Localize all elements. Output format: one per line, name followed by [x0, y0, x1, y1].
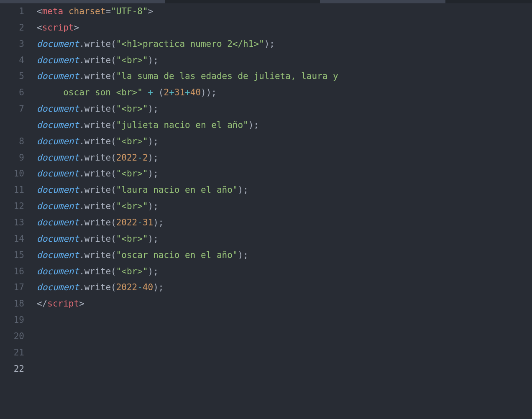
token: charset — [69, 6, 106, 16]
token: 2 — [164, 87, 169, 97]
line-number: 14 — [0, 231, 24, 247]
code-line[interactable]: document.write("julieta nacio en el año"… — [37, 117, 532, 133]
code-editor[interactable]: 1234567 8910111213141516171819202122 <me… — [0, 3, 532, 419]
token: ( — [111, 169, 116, 179]
token: < — [37, 6, 42, 16]
token: ( — [111, 136, 116, 146]
code-line[interactable]: document.write("<h1>practica numero 2</h… — [37, 36, 532, 52]
code-line[interactable]: <script> — [37, 20, 532, 36]
token: document — [37, 39, 79, 49]
token: "la suma de las edades de julieta, laura… — [116, 71, 344, 81]
token: 2022 — [116, 217, 138, 227]
token: ( — [111, 185, 116, 195]
token: write — [84, 185, 111, 195]
code-area[interactable]: <meta charset="UTF-8"><script>document.w… — [33, 3, 532, 419]
code-line[interactable]: document.write(2022-2); — [37, 150, 532, 166]
code-line[interactable]: document.write("<br>"); — [37, 101, 532, 117]
token: ( — [111, 71, 116, 81]
line-number: 16 — [0, 263, 24, 280]
token — [63, 6, 69, 16]
token: . — [79, 136, 84, 146]
token: ); — [148, 266, 159, 276]
token: )); — [201, 87, 217, 97]
tab-active[interactable] — [0, 0, 165, 3]
token: write — [84, 234, 111, 244]
code-line[interactable]: oscar son <br>" + (2+31+40)); — [37, 84, 532, 101]
token: ); — [148, 201, 159, 211]
token: 31 — [174, 87, 185, 97]
token: document — [37, 185, 79, 195]
code-line[interactable]: document.write(2022-40); — [37, 279, 532, 296]
token: ); — [153, 217, 164, 227]
token: write — [84, 201, 111, 211]
token: + — [169, 87, 174, 97]
token: ); — [264, 39, 275, 49]
token: 2022 — [116, 282, 138, 292]
token: write — [84, 39, 111, 49]
token: "oscar nacio en el año" — [116, 250, 238, 260]
tab-bar — [0, 0, 532, 3]
token: 31 — [143, 217, 153, 227]
token: + — [185, 87, 190, 97]
token: ); — [148, 136, 159, 146]
token: script — [42, 23, 74, 33]
token: write — [84, 71, 111, 81]
line-number-wrap — [0, 117, 24, 133]
line-number: 11 — [0, 182, 24, 198]
token: write — [84, 169, 111, 179]
token: ( — [111, 153, 116, 163]
code-line[interactable]: document.write("laura nacio en el año"); — [37, 182, 532, 198]
code-line[interactable]: <meta charset="UTF-8"> — [37, 3, 532, 20]
token: . — [79, 217, 84, 227]
code-line[interactable]: document.write("<br>"); — [37, 198, 532, 215]
line-number: 4 — [0, 52, 24, 69]
code-line[interactable]: document.write("<br>"); — [37, 133, 532, 150]
token: 2022 — [116, 153, 138, 163]
token: . — [79, 153, 84, 163]
token: "<br>" — [116, 201, 148, 211]
token — [143, 87, 148, 97]
token: document — [37, 201, 79, 211]
line-number: 19 — [0, 312, 24, 328]
token: document — [37, 266, 79, 276]
token: - — [137, 217, 143, 227]
code-line[interactable]: document.write("<br>"); — [37, 263, 532, 280]
line-number: 12 — [0, 198, 24, 215]
line-number: 21 — [0, 345, 24, 361]
token: 40 — [190, 87, 201, 97]
token: document — [37, 71, 79, 81]
token: ( — [111, 39, 116, 49]
token: write — [84, 250, 111, 260]
code-line[interactable]: </script> — [37, 296, 532, 312]
code-line[interactable]: document.write("la suma de las edades de… — [37, 68, 532, 84]
code-line[interactable]: document.write("<br>"); — [37, 52, 532, 69]
token: oscar son <br>" — [37, 87, 143, 97]
line-number: 2 — [0, 20, 24, 36]
code-line[interactable]: document.write("oscar nacio en el año"); — [37, 247, 532, 263]
token: ( — [153, 87, 164, 97]
token: ( — [111, 234, 116, 244]
token: 2 — [143, 153, 148, 163]
code-line[interactable]: document.write("<br>"); — [37, 231, 532, 247]
token: ); — [148, 153, 159, 163]
code-line[interactable]: document.write("<br>"); — [37, 166, 532, 182]
token: . — [79, 250, 84, 260]
token: write — [84, 217, 111, 227]
token: ( — [111, 55, 116, 65]
token: < — [37, 23, 42, 33]
token: document — [37, 282, 79, 292]
token: ( — [111, 217, 116, 227]
tab-inactive[interactable] — [320, 0, 445, 3]
token: ); — [238, 250, 248, 260]
line-number-gutter: 1234567 8910111213141516171819202122 — [0, 3, 33, 419]
token: ); — [148, 234, 159, 244]
token: script — [47, 299, 79, 309]
token: "<br>" — [116, 104, 148, 114]
token: "<h1>practica numero 2</h1>" — [116, 39, 264, 49]
code-line[interactable]: document.write(2022-31); — [37, 215, 532, 231]
token: . — [79, 169, 84, 179]
token: ); — [248, 120, 259, 130]
token: write — [84, 136, 111, 146]
line-number: 6 — [0, 84, 24, 101]
token: "<br>" — [116, 266, 148, 276]
